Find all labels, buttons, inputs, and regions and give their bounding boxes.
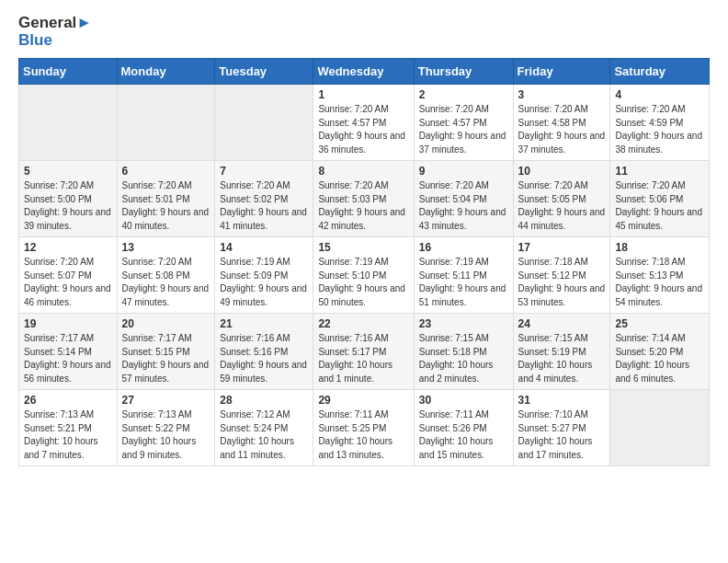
day-number: 2 [419, 88, 508, 101]
weekday-header-thursday: Thursday [414, 59, 513, 85]
day-number: 24 [518, 317, 606, 330]
day-info: Sunrise: 7:19 AM Sunset: 5:09 PM Dayligh… [220, 256, 308, 309]
day-info: Sunrise: 7:20 AM Sunset: 5:07 PM Dayligh… [24, 256, 112, 309]
week-row-5: 26Sunrise: 7:13 AM Sunset: 5:21 PM Dayli… [19, 390, 710, 466]
day-cell: 11Sunrise: 7:20 AM Sunset: 5:06 PM Dayli… [610, 161, 710, 237]
day-number: 11 [615, 165, 704, 178]
day-cell: 30Sunrise: 7:11 AM Sunset: 5:26 PM Dayli… [414, 390, 513, 466]
calendar: SundayMondayTuesdayWednesdayThursdayFrid… [18, 58, 710, 466]
day-cell: 20Sunrise: 7:17 AM Sunset: 5:15 PM Dayli… [117, 314, 215, 390]
day-info: Sunrise: 7:17 AM Sunset: 5:14 PM Dayligh… [24, 332, 112, 385]
day-number: 31 [518, 394, 606, 407]
day-cell: 28Sunrise: 7:12 AM Sunset: 5:24 PM Dayli… [215, 390, 313, 466]
day-cell: 24Sunrise: 7:15 AM Sunset: 5:19 PM Dayli… [513, 314, 610, 390]
day-cell: 5Sunrise: 7:20 AM Sunset: 5:00 PM Daylig… [19, 161, 118, 237]
day-info: Sunrise: 7:19 AM Sunset: 5:11 PM Dayligh… [419, 256, 508, 309]
day-info: Sunrise: 7:20 AM Sunset: 5:04 PM Dayligh… [419, 179, 508, 233]
day-info: Sunrise: 7:20 AM Sunset: 5:05 PM Dayligh… [518, 179, 606, 233]
day-number: 6 [122, 165, 210, 178]
day-number: 28 [220, 394, 308, 407]
day-info: Sunrise: 7:10 AM Sunset: 5:27 PM Dayligh… [518, 408, 606, 462]
day-cell: 17Sunrise: 7:18 AM Sunset: 5:12 PM Dayli… [513, 237, 610, 314]
logo: General► Blue [18, 15, 92, 49]
day-cell [19, 85, 118, 161]
day-info: Sunrise: 7:20 AM Sunset: 5:06 PM Dayligh… [615, 179, 704, 233]
day-info: Sunrise: 7:18 AM Sunset: 5:13 PM Dayligh… [615, 256, 704, 309]
day-cell: 23Sunrise: 7:15 AM Sunset: 5:18 PM Dayli… [414, 314, 513, 390]
day-cell: 9Sunrise: 7:20 AM Sunset: 5:04 PM Daylig… [414, 161, 513, 237]
day-cell: 27Sunrise: 7:13 AM Sunset: 5:22 PM Dayli… [117, 390, 215, 466]
day-cell: 15Sunrise: 7:19 AM Sunset: 5:10 PM Dayli… [313, 237, 414, 314]
day-cell [117, 85, 215, 161]
day-cell: 6Sunrise: 7:20 AM Sunset: 5:01 PM Daylig… [117, 161, 215, 237]
day-number: 19 [24, 317, 112, 330]
day-cell: 14Sunrise: 7:19 AM Sunset: 5:09 PM Dayli… [215, 237, 313, 314]
logo-line2: Blue [18, 32, 92, 50]
day-info: Sunrise: 7:19 AM Sunset: 5:10 PM Dayligh… [318, 256, 408, 309]
day-cell: 13Sunrise: 7:20 AM Sunset: 5:08 PM Dayli… [117, 237, 215, 314]
day-info: Sunrise: 7:20 AM Sunset: 4:57 PM Dayligh… [318, 103, 408, 156]
day-number: 13 [122, 241, 210, 254]
week-row-2: 5Sunrise: 7:20 AM Sunset: 5:00 PM Daylig… [19, 161, 710, 237]
day-number: 15 [318, 241, 408, 254]
day-info: Sunrise: 7:20 AM Sunset: 4:58 PM Dayligh… [518, 103, 606, 156]
header: General► Blue [18, 15, 710, 49]
day-number: 5 [24, 165, 112, 178]
weekday-header-monday: Monday [117, 59, 215, 85]
day-info: Sunrise: 7:12 AM Sunset: 5:24 PM Dayligh… [220, 408, 308, 462]
day-number: 29 [318, 394, 408, 407]
day-cell [610, 390, 710, 466]
day-number: 9 [419, 165, 508, 178]
day-number: 30 [419, 394, 508, 407]
day-info: Sunrise: 7:16 AM Sunset: 5:17 PM Dayligh… [318, 332, 408, 385]
day-number: 4 [615, 88, 704, 101]
day-cell: 10Sunrise: 7:20 AM Sunset: 5:05 PM Dayli… [513, 161, 610, 237]
day-number: 1 [318, 88, 408, 101]
weekday-header-saturday: Saturday [610, 59, 710, 85]
day-number: 17 [518, 241, 606, 254]
day-cell: 25Sunrise: 7:14 AM Sunset: 5:20 PM Dayli… [610, 314, 710, 390]
day-number: 25 [615, 317, 704, 330]
day-info: Sunrise: 7:18 AM Sunset: 5:12 PM Dayligh… [518, 256, 606, 309]
day-info: Sunrise: 7:15 AM Sunset: 5:18 PM Dayligh… [419, 332, 508, 385]
day-cell: 16Sunrise: 7:19 AM Sunset: 5:11 PM Dayli… [414, 237, 513, 314]
page: General► Blue SundayMondayTuesdayWednesd… [0, 0, 728, 485]
day-cell: 21Sunrise: 7:16 AM Sunset: 5:16 PM Dayli… [215, 314, 313, 390]
day-cell: 4Sunrise: 7:20 AM Sunset: 4:59 PM Daylig… [610, 85, 710, 161]
day-number: 27 [122, 394, 210, 407]
logo-text: General► Blue [18, 15, 92, 49]
day-cell: 2Sunrise: 7:20 AM Sunset: 4:57 PM Daylig… [414, 85, 513, 161]
logo-triangle-inline: ► [76, 14, 92, 31]
day-cell: 18Sunrise: 7:18 AM Sunset: 5:13 PM Dayli… [610, 237, 710, 314]
day-cell: 19Sunrise: 7:17 AM Sunset: 5:14 PM Dayli… [19, 314, 118, 390]
day-info: Sunrise: 7:11 AM Sunset: 5:25 PM Dayligh… [318, 408, 408, 462]
day-number: 22 [318, 317, 408, 330]
day-cell: 12Sunrise: 7:20 AM Sunset: 5:07 PM Dayli… [19, 237, 118, 314]
day-info: Sunrise: 7:20 AM Sunset: 5:01 PM Dayligh… [122, 179, 210, 233]
day-number: 8 [318, 165, 408, 178]
day-info: Sunrise: 7:20 AM Sunset: 5:02 PM Dayligh… [220, 179, 308, 233]
logo-line1: General► [18, 15, 92, 32]
weekday-header-wednesday: Wednesday [313, 59, 414, 85]
weekday-header-sunday: Sunday [19, 59, 118, 85]
day-info: Sunrise: 7:15 AM Sunset: 5:19 PM Dayligh… [518, 332, 606, 385]
day-number: 14 [220, 241, 308, 254]
week-row-1: 1Sunrise: 7:20 AM Sunset: 4:57 PM Daylig… [19, 85, 710, 161]
day-cell [215, 85, 313, 161]
day-cell: 22Sunrise: 7:16 AM Sunset: 5:17 PM Dayli… [313, 314, 414, 390]
day-cell: 1Sunrise: 7:20 AM Sunset: 4:57 PM Daylig… [313, 85, 414, 161]
day-number: 26 [24, 394, 112, 407]
day-number: 16 [419, 241, 508, 254]
weekday-header-row: SundayMondayTuesdayWednesdayThursdayFrid… [19, 59, 710, 85]
day-cell: 26Sunrise: 7:13 AM Sunset: 5:21 PM Dayli… [19, 390, 118, 466]
day-cell: 31Sunrise: 7:10 AM Sunset: 5:27 PM Dayli… [513, 390, 610, 466]
weekday-header-tuesday: Tuesday [215, 59, 313, 85]
day-info: Sunrise: 7:17 AM Sunset: 5:15 PM Dayligh… [122, 332, 210, 385]
day-number: 3 [518, 88, 606, 101]
day-info: Sunrise: 7:11 AM Sunset: 5:26 PM Dayligh… [419, 408, 508, 462]
day-cell: 8Sunrise: 7:20 AM Sunset: 5:03 PM Daylig… [313, 161, 414, 237]
day-number: 7 [220, 165, 308, 178]
day-cell: 3Sunrise: 7:20 AM Sunset: 4:58 PM Daylig… [513, 85, 610, 161]
day-number: 21 [220, 317, 308, 330]
day-info: Sunrise: 7:14 AM Sunset: 5:20 PM Dayligh… [615, 332, 704, 385]
